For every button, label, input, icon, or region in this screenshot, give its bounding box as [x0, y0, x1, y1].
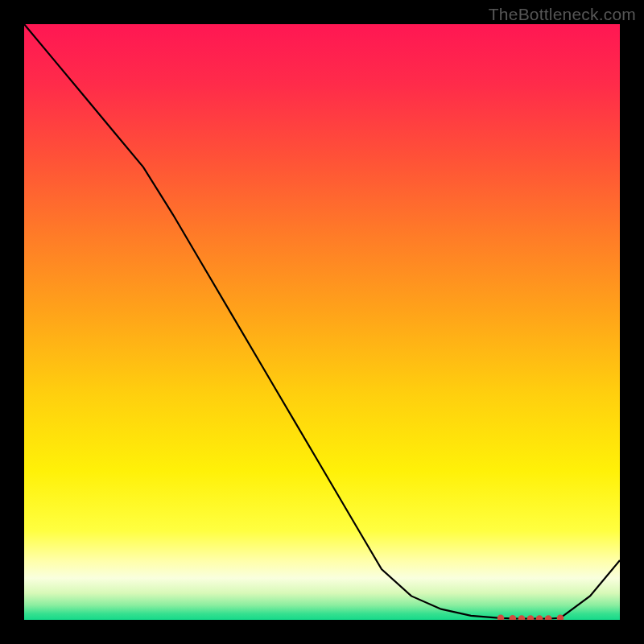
gradient-background [24, 24, 620, 620]
watermark-text: TheBottleneck.com [489, 5, 636, 24]
chart-svg [24, 24, 620, 620]
chart-container [24, 24, 620, 620]
